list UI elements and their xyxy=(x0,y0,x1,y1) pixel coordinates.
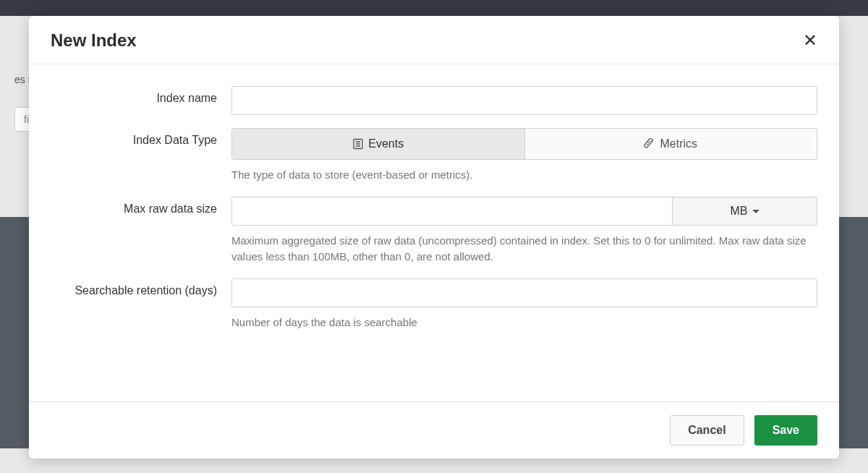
data-type-toggle: Events Metrics xyxy=(231,128,817,160)
retention-row: Searchable retention (days) Number of da… xyxy=(51,278,817,331)
data-type-help: The type of data to store (event-based o… xyxy=(231,167,817,184)
close-button[interactable]: ✕ xyxy=(803,32,817,49)
svg-line-5 xyxy=(650,141,651,142)
events-toggle-label: Events xyxy=(368,137,404,150)
index-name-label: Index name xyxy=(51,86,231,115)
retention-input[interactable] xyxy=(231,278,817,307)
svg-line-6 xyxy=(648,142,650,143)
new-index-modal: New Index ✕ Index name Index Data Type xyxy=(29,16,839,459)
max-size-row: Max raw data size MB Maximum aggregated … xyxy=(51,197,817,265)
size-unit-label: MB xyxy=(731,205,748,218)
events-toggle[interactable]: Events xyxy=(232,129,524,159)
modal-header: New Index ✕ xyxy=(29,16,839,64)
max-size-help: Maximum aggregated size of raw data (unc… xyxy=(231,233,817,265)
cancel-button[interactable]: Cancel xyxy=(670,415,744,446)
background-bottom-area xyxy=(0,459,868,473)
save-button[interactable]: Save xyxy=(754,415,817,446)
modal-title: New Index xyxy=(51,30,137,51)
metrics-toggle-label: Metrics xyxy=(660,137,697,150)
data-type-label: Index Data Type xyxy=(51,128,231,184)
index-name-row: Index name xyxy=(51,86,817,115)
data-type-row: Index Data Type Events xyxy=(51,128,817,184)
svg-line-7 xyxy=(647,144,648,145)
modal-footer: Cancel Save xyxy=(29,401,839,459)
metrics-icon xyxy=(644,138,655,150)
events-icon xyxy=(352,138,364,150)
metrics-toggle[interactable]: Metrics xyxy=(524,129,817,159)
max-size-label: Max raw data size xyxy=(51,197,231,265)
size-unit-dropdown[interactable]: MB xyxy=(673,197,817,226)
caret-down-icon xyxy=(752,210,760,213)
modal-body: Index name Index Data Type Events xyxy=(29,64,839,401)
max-size-input[interactable] xyxy=(231,197,673,226)
retention-label: Searchable retention (days) xyxy=(51,278,231,331)
close-icon: ✕ xyxy=(803,30,817,50)
app-topbar xyxy=(0,0,868,16)
retention-help: Number of days the data is searchable xyxy=(231,315,817,331)
index-name-input[interactable] xyxy=(231,86,817,115)
